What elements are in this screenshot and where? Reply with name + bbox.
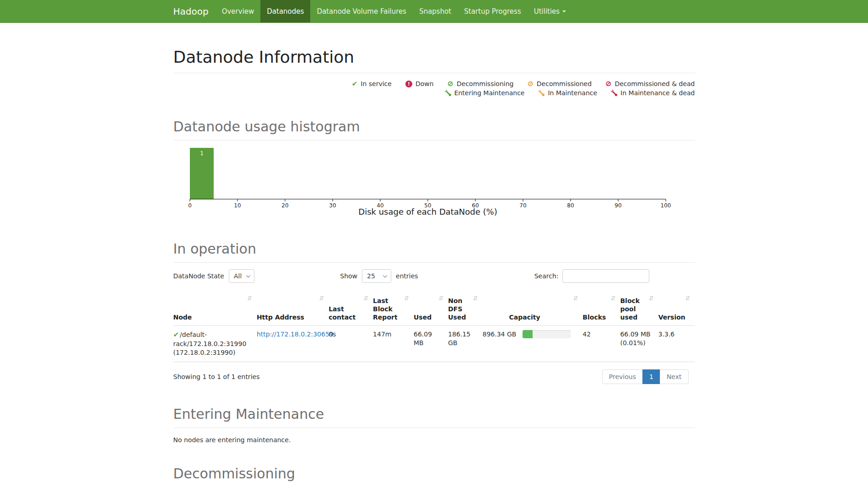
sort-icon: ⇵	[473, 295, 478, 303]
entries-label: entries	[396, 272, 418, 280]
legend-item-in-maintenance: In Maintenance	[538, 89, 597, 97]
column-header-label: Http Address	[257, 314, 304, 321]
node-state-legend: ✔In service!Down⊘Decommissioning⊘Decommi…	[173, 80, 695, 97]
ban-icon: ⊘	[605, 80, 611, 87]
histogram-heading: Datanode usage histogram	[173, 119, 695, 135]
usage-histogram-svg: 10102030405060708090100Disk usage of eac…	[173, 148, 695, 217]
navbar: Hadoop OverviewDatanodesDatanode Volume …	[0, 0, 868, 23]
in-operation-heading: In operation	[173, 241, 695, 257]
legend-item-label: Entering Maintenance	[454, 89, 525, 97]
legend-item-entering-maintenance: Entering Maintenance	[445, 89, 525, 97]
show-entries-select-wrap: 25	[362, 269, 391, 283]
nav-link-snapshot[interactable]: Snapshot	[413, 0, 458, 22]
search-input[interactable]	[562, 269, 649, 283]
version-cell: 3.3.6	[658, 325, 695, 362]
blocks-cell: 42	[582, 325, 620, 362]
divider	[173, 262, 695, 263]
x-tick-label: 80	[567, 202, 574, 209]
last-contact-cell: 0s	[329, 325, 373, 362]
nav-item-datanodes: Datanodes	[260, 0, 310, 22]
column-header-label: Blocks	[582, 314, 606, 321]
non-dfs-used-cell: 186.15 GB	[448, 325, 482, 362]
legend-row: Entering MaintenanceIn MaintenanceIn Mai…	[445, 89, 695, 97]
column-header-node[interactable]: ⇵Node	[173, 293, 257, 325]
column-header-non-dfs-used[interactable]: ⇵Non DFS Used	[448, 293, 482, 325]
legend-item-down: !Down	[405, 80, 434, 88]
entering-maintenance-heading: Entering Maintenance	[173, 406, 695, 422]
nav-link-startup-progress[interactable]: Startup Progress	[458, 0, 527, 22]
divider	[173, 428, 695, 428]
legend-item-in-service: ✔In service	[352, 80, 392, 88]
http-address-link[interactable]: http://172.18.0.2:30659	[257, 330, 334, 338]
page-link-1[interactable]: 1	[642, 369, 660, 384]
legend-item-decommissioning: ⊘Decommissioning	[447, 80, 514, 88]
column-header-label: Last Block Report	[373, 297, 398, 321]
legend-item-in-maintenance-dead: In Maintenance & dead	[611, 89, 695, 97]
datanode-state-control: DataNode State All	[173, 269, 340, 283]
datanode-state-select-wrap: All	[229, 269, 254, 283]
legend-item-decommissioned: ⊘Decommissioned	[527, 80, 592, 88]
x-tick-label: 0	[188, 202, 192, 209]
sort-icon: ⇵	[319, 295, 324, 303]
nav-link-utilities[interactable]: Utilities	[528, 0, 572, 22]
page-link-next[interactable]: Next	[660, 369, 689, 384]
datanode-state-select[interactable]: All	[229, 269, 254, 283]
column-header-label: Used	[414, 314, 431, 321]
pagination: Previous1Next	[602, 369, 689, 384]
nav-item-startup-progress: Startup Progress	[458, 0, 527, 22]
column-header-blocks[interactable]: ⇵Blocks	[582, 293, 620, 325]
capacity-progress-bar	[523, 330, 571, 338]
column-header-label: Capacity	[509, 314, 540, 321]
nav-item-datanode-volume-failures: Datanode Volume Failures	[310, 0, 413, 22]
column-header-label: Version	[658, 314, 685, 321]
used-cell: 66.09 MB	[414, 325, 448, 362]
legend-item-label: In Maintenance	[548, 89, 597, 97]
column-header-block-pool-used[interactable]: ⇵Block pool used	[620, 293, 658, 325]
show-label: Show	[340, 272, 357, 280]
caret-down-icon	[562, 11, 566, 12]
column-header-label: Non DFS Used	[448, 297, 466, 321]
nav-link-overview[interactable]: Overview	[216, 0, 261, 22]
column-header-last-block-report[interactable]: ⇵Last Block Report	[373, 293, 414, 325]
show-entries-select[interactable]: 25	[362, 269, 391, 283]
table-body: ✔/default-rack/172.18.0.2:31990 (172.18.…	[173, 325, 695, 362]
divider	[173, 73, 695, 73]
datanode-state-label: DataNode State	[173, 272, 224, 280]
column-header-capacity[interactable]: ⇵Capacity	[482, 293, 582, 325]
capacity-progress-fill	[523, 330, 533, 338]
page-title: Datanode Information	[173, 48, 695, 66]
column-header-label: Block pool used	[620, 297, 640, 321]
showing-entries: Showing 1 to 1 of 1 entries	[173, 373, 260, 380]
legend-item-label: Decommissioned & dead	[615, 80, 695, 87]
node-name: /default-rack/172.18.0.2:31990 (172.18.0…	[173, 331, 247, 357]
column-header-http-address[interactable]: ⇵Http Address	[257, 293, 329, 325]
nav-link-datanode-volume-failures[interactable]: Datanode Volume Failures	[310, 0, 413, 22]
sort-icon: ⇵	[404, 295, 409, 303]
capacity-wrap: 896.34 GB	[482, 330, 577, 339]
http-address-cell: http://172.18.0.2:30659	[257, 325, 329, 362]
ban-icon: ⊘	[447, 80, 453, 87]
divider	[173, 140, 695, 141]
navbar-brand[interactable]: Hadoop	[173, 0, 216, 22]
nav-item-snapshot: Snapshot	[413, 0, 458, 22]
column-header-version[interactable]: ⇵Version	[658, 293, 695, 325]
page-link-previous[interactable]: Previous	[602, 369, 643, 384]
show-entries-control: Show 25 entries	[340, 269, 534, 283]
column-header-last-contact[interactable]: ⇵Last contact	[329, 293, 373, 325]
last-block-report-cell: 147m	[373, 325, 414, 362]
sort-icon: ⇵	[685, 295, 690, 303]
sort-icon: ⇵	[611, 295, 616, 303]
capacity-cell: 896.34 GB	[482, 325, 582, 362]
nav-link-datanodes[interactable]: Datanodes	[260, 0, 310, 22]
x-tick-label: 70	[519, 202, 526, 209]
x-axis-label: Disk usage of each DataNode (%)	[358, 207, 497, 217]
navbar-menu: OverviewDatanodesDatanode Volume Failure…	[216, 0, 573, 22]
column-header-label: Node	[173, 314, 192, 321]
x-tick-label: 20	[281, 202, 288, 209]
legend-item-label: Down	[415, 80, 434, 87]
column-header-used[interactable]: ⇵Used	[414, 293, 448, 325]
page-item-next: Next	[660, 369, 689, 384]
wrench-icon	[538, 90, 545, 96]
entering-maintenance-empty: No nodes are entering maintenance.	[173, 436, 695, 444]
check-icon: ✔	[352, 80, 358, 88]
